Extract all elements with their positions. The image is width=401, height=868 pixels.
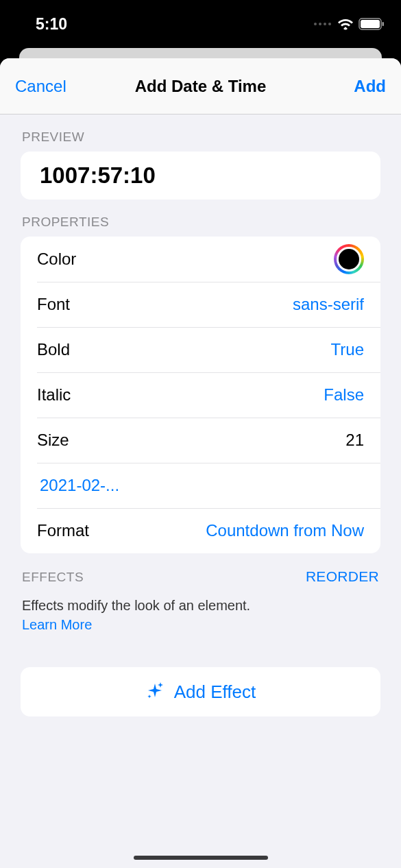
property-label-size: Size <box>37 431 69 450</box>
property-label-bold: Bold <box>37 340 70 359</box>
properties-section-header: PROPERTIES <box>0 200 401 237</box>
property-value-italic: False <box>324 385 364 405</box>
property-label-font: Font <box>37 295 70 314</box>
color-swatch[interactable] <box>334 244 364 274</box>
page-title: Add Date & Time <box>77 77 324 96</box>
property-row-date[interactable]: 2021-02-... <box>21 463 380 508</box>
effects-header-label: EFFECTS <box>22 570 84 585</box>
property-row-font[interactable]: Font sans-serif <box>21 282 380 327</box>
svg-rect-1 <box>361 20 380 28</box>
modal-sheet: Cancel Add Date & Time Add PREVIEW 1007:… <box>0 58 401 868</box>
effects-section-header: EFFECTS REORDER <box>0 553 401 592</box>
preview-card: 1007:57:10 <box>21 152 380 200</box>
status-dots-icon <box>314 23 331 25</box>
reorder-button[interactable]: REORDER <box>306 568 379 585</box>
preview-header-label: PREVIEW <box>22 130 84 145</box>
status-indicators <box>314 18 385 30</box>
effects-description: Effects modify the look of an element. <box>22 596 379 615</box>
effects-description-block: Effects modify the look of an element. L… <box>0 592 401 634</box>
add-button[interactable]: Add <box>324 77 386 96</box>
property-row-italic[interactable]: Italic False <box>21 372 380 418</box>
properties-card: Color Font sans-serif Bold True <box>21 237 380 553</box>
property-value-size: 21 <box>345 431 364 450</box>
properties-header-label: PROPERTIES <box>22 215 109 230</box>
svg-rect-2 <box>382 22 385 26</box>
property-value-date: 2021-02-... <box>37 476 119 495</box>
property-label-color: Color <box>37 250 76 269</box>
property-row-format[interactable]: Format Countdown from Now <box>21 508 380 553</box>
learn-more-link[interactable]: Learn More <box>22 615 379 634</box>
property-row-bold[interactable]: Bold True <box>21 327 380 372</box>
content-scroll[interactable]: PREVIEW 1007:57:10 PROPERTIES Color <box>0 114 401 868</box>
property-row-size[interactable]: Size 21 <box>21 418 380 463</box>
preview-section-header: PREVIEW <box>0 114 401 152</box>
sparkle-icon <box>145 681 165 703</box>
property-label-italic: Italic <box>37 385 71 405</box>
property-value-bold: True <box>331 340 364 359</box>
property-label-format: Format <box>37 521 89 540</box>
status-time: 5:10 <box>36 15 67 34</box>
add-effect-label: Add Effect <box>174 682 256 703</box>
status-bar: 5:10 <box>0 0 401 48</box>
preview-value: 1007:57:10 <box>40 162 361 189</box>
cancel-button[interactable]: Cancel <box>15 77 77 96</box>
battery-icon <box>359 18 385 30</box>
property-row-color[interactable]: Color <box>21 237 380 282</box>
nav-bar: Cancel Add Date & Time Add <box>0 58 401 114</box>
property-value-font: sans-serif <box>293 295 364 314</box>
add-effect-button[interactable]: Add Effect <box>21 667 380 716</box>
wifi-icon <box>337 18 354 30</box>
property-value-format: Countdown from Now <box>206 521 364 540</box>
home-indicator[interactable] <box>134 856 268 860</box>
